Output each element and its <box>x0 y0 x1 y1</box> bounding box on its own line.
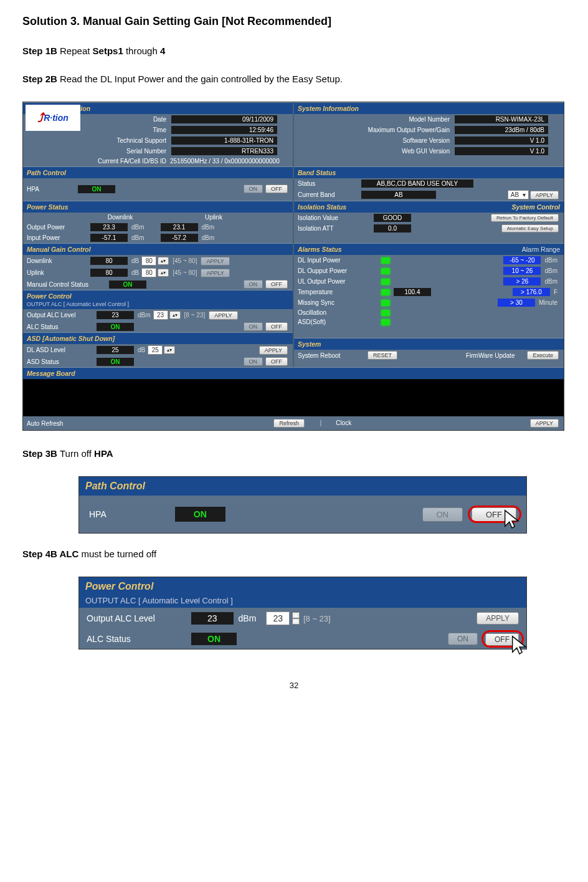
message-board-area <box>23 379 564 416</box>
asd-soft-alarm-label: ASD(Soft) <box>298 319 379 325</box>
mgc-off-button[interactable]: OFF <box>265 280 288 289</box>
output-alc-level-input[interactable]: 23 <box>153 310 168 320</box>
band-status-value: AB,BC,CD BAND USE ONLY <box>361 180 473 188</box>
asd-on-button[interactable]: ON <box>244 357 263 366</box>
firmware-update-label: FirmWare Update <box>466 352 515 359</box>
mgc-downlink-input[interactable]: 80 <box>141 256 156 266</box>
output-alc-level-range: [8 ~ 23] <box>184 312 206 319</box>
system-reboot-label: System Reboot <box>298 352 366 359</box>
hpa-off-button[interactable]: OFF <box>265 185 288 193</box>
step-1b-mid2: through <box>123 46 160 56</box>
mgc-uplink-label: Uplink <box>27 269 89 276</box>
output-alc-apply-button[interactable]: APPLY <box>477 612 519 625</box>
step-1b-four: 4 <box>160 46 165 56</box>
alc-off-button[interactable]: OFF <box>265 322 288 331</box>
dl-asd-level-input[interactable]: 25 <box>148 345 163 355</box>
unit-f: F <box>554 289 557 295</box>
alc-on-button[interactable]: ON <box>448 633 478 645</box>
mgc-uplink-value: 80 <box>90 269 128 277</box>
step-4b-panel: Power Control OUTPUT ALC [ Automatic Lev… <box>78 577 527 650</box>
temperature-value: 100.4 <box>394 288 431 296</box>
ul-output-power-alarm-range: > 26 <box>503 277 541 285</box>
time-value: 12:59:46 <box>171 126 277 134</box>
input-power-label: Input Power <box>27 234 89 241</box>
alc-status-value: ON <box>97 323 134 331</box>
oscillation-alarm-label: Oscillation <box>298 309 379 316</box>
spinner-icon[interactable]: ▴▾ <box>169 311 181 319</box>
status-led-icon <box>381 310 390 316</box>
spin-up-icon[interactable]: ▴ <box>292 612 300 618</box>
status-led-icon <box>381 319 390 325</box>
spinner-icon[interactable]: ▴▾ <box>158 257 169 265</box>
path-control-header: Path Control <box>23 166 293 178</box>
dl-input-power-alarm-range: -65 ~ -20 <box>503 256 541 264</box>
tech-support-label: Technical Support <box>27 137 170 144</box>
band-select[interactable]: AB ▾ <box>508 190 529 199</box>
step-2b-label: Step 2B <box>22 74 60 84</box>
power-status-header: Power Status <box>23 201 293 213</box>
refresh-button[interactable]: Refresh <box>273 419 305 428</box>
dl-asd-level-value: 25 <box>97 346 134 354</box>
output-alc-level-label: Output ALC Level <box>87 613 186 623</box>
hpa-label: HPA <box>89 509 107 519</box>
mgc-status-label: Manual Control Status <box>27 281 108 288</box>
system-reset-button[interactable]: RESET <box>368 351 397 360</box>
factory-default-button[interactable]: Retrun To Factory Default <box>491 214 559 222</box>
step-3b-hpa: HPA <box>94 448 113 459</box>
mgc-uplink-apply-button[interactable]: APPLY <box>201 269 229 277</box>
input-power-ul-value: -57.2 <box>161 234 198 242</box>
auto-easy-setup-button[interactable]: Atomatic Easy Setup <box>501 224 559 232</box>
alarms-status-header: Alarms Status Alarm Range <box>294 243 564 255</box>
temperature-alarm-label: Temperature <box>298 289 379 295</box>
spinner-icon[interactable]: ▴▾ <box>158 269 169 277</box>
unit-dbm: dBm <box>202 234 215 241</box>
mgc-uplink-input[interactable]: 80 <box>141 268 156 277</box>
mgc-on-button[interactable]: ON <box>244 280 263 289</box>
band-status-label: Status <box>298 180 360 187</box>
main-gui-screenshot: ⤴R·tion Network Information Date09/11/20… <box>22 102 564 431</box>
alc-on-button[interactable]: ON <box>244 322 263 331</box>
step-3b-panel: Path Control HPA ON ON OFF <box>78 476 527 534</box>
mgc-downlink-label: Downlink <box>27 257 89 264</box>
output-alc-apply-button[interactable]: APPLY <box>209 311 237 320</box>
solution-title: Solution 3. Manual Gain Setting Gain [No… <box>22 15 566 28</box>
current-band-value: AB <box>361 191 436 199</box>
unit-dbm: dBm <box>544 257 557 264</box>
dl-asd-apply-button[interactable]: APPLY <box>259 346 288 355</box>
step-3b-label: Step 3B <box>22 448 60 459</box>
fa-cell-bs-value: 2518500MHz / 33 / 0x00000000000000 <box>170 158 280 165</box>
spin-down-icon[interactable]: ▾ <box>292 618 300 625</box>
current-band-label: Current Band <box>298 191 360 198</box>
firmware-execute-button[interactable]: Execute <box>527 351 559 360</box>
unit-dbm: dBm <box>239 613 257 623</box>
asd-status-label: ASD Status <box>27 358 95 365</box>
hpa-on-button[interactable]: ON <box>244 185 263 193</box>
hpa-on-button[interactable]: ON <box>422 507 463 522</box>
footer-apply-button[interactable]: APPLY <box>530 419 559 428</box>
hpa-status-value: ON <box>175 507 225 522</box>
alc-status-label: ALC Status <box>87 634 186 644</box>
output-alc-level-value: 23 <box>97 311 134 319</box>
tech-support-value: 1-888-31R-TRON <box>171 137 277 145</box>
step-1b-mid1: Repeat <box>60 46 93 56</box>
serial-number-value: RTREN333 <box>171 147 277 155</box>
mgc-downlink-apply-button[interactable]: APPLY <box>201 257 229 266</box>
band-apply-button[interactable]: APPLY <box>530 191 559 199</box>
isolation-status-header: Isolation Status System Control <box>294 201 564 213</box>
asd-off-button[interactable]: OFF <box>265 357 288 366</box>
web-gui-version-value: V 1.0 <box>455 147 548 155</box>
status-led-icon <box>381 289 390 295</box>
mgc-downlink-range: [45 ~ 80] <box>173 257 197 264</box>
spinner-icon[interactable]: ▴▾ <box>164 346 175 354</box>
output-alc-level-value: 23 <box>191 612 234 625</box>
step-2b-text: Read the DL Input Power and the gain con… <box>60 74 343 84</box>
status-led-icon <box>381 279 390 285</box>
output-alc-level-input[interactable]: 23 <box>266 611 290 625</box>
fa-cell-bs-label: Current FA/Cell ID/BS ID <box>27 158 170 165</box>
output-alc-level-range: [8 ~ 23] <box>303 614 331 623</box>
step-4b-alc: ALC <box>59 549 78 559</box>
software-version-value: V 1.0 <box>455 137 548 145</box>
asd-status-value: ON <box>97 358 134 366</box>
unit-dbm: dBm <box>544 267 557 274</box>
dl-asd-level-label: DL ASD Level <box>27 347 95 353</box>
